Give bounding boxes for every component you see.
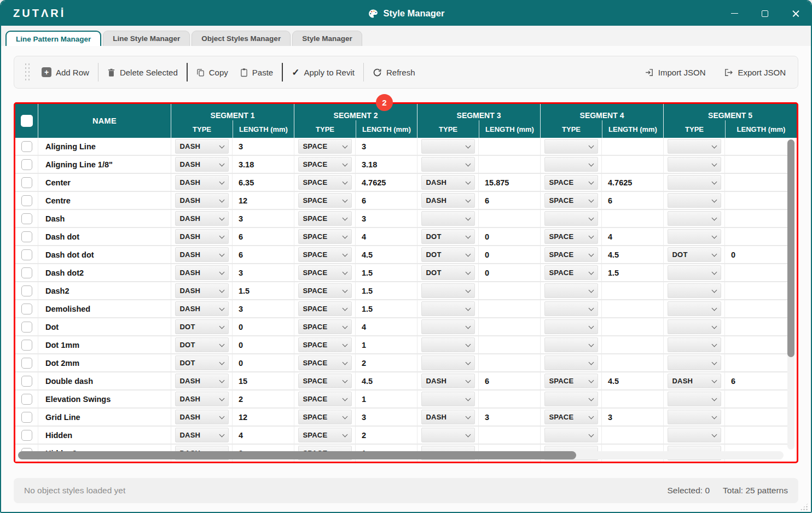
segment-5-length-cell[interactable] [725, 409, 787, 425]
segment-5-length-cell[interactable] [725, 336, 787, 353]
segment-4-type-dropdown[interactable] [544, 157, 598, 172]
segment-1-type-dropdown[interactable]: DASH [175, 374, 229, 388]
segment-4-type-dropdown[interactable]: SPACE [544, 374, 598, 388]
pattern-name-cell[interactable]: Dash dot2 [38, 264, 171, 281]
segment-2-length-cell[interactable]: 6 [356, 192, 417, 209]
segment-5-length-cell[interactable] [725, 318, 787, 335]
maximize-button[interactable] [750, 1, 780, 26]
segment-5-type-dropdown[interactable] [668, 337, 721, 352]
segment-5-length-cell[interactable] [725, 390, 787, 407]
pattern-name-cell[interactable]: Dash [38, 210, 171, 227]
tab-style-manager[interactable]: Style Manager [292, 31, 362, 46]
segment-2-type-dropdown[interactable]: SPACE [298, 157, 352, 172]
segment-5-type-dropdown[interactable] [668, 355, 721, 370]
segment-1-length-cell[interactable]: 2 [233, 390, 294, 407]
segment-5-length-cell[interactable] [725, 264, 787, 281]
pattern-name-cell[interactable]: Elevation Swings [38, 390, 171, 407]
vertical-scrollbar-thumb[interactable] [787, 139, 794, 357]
segment-1-length-cell[interactable]: 6.35 [233, 174, 294, 191]
segment-5-length-cell[interactable]: 0 [725, 246, 787, 263]
segment-1-type-dropdown[interactable]: DASH [175, 157, 229, 172]
segment-5-type-dropdown[interactable] [668, 428, 721, 442]
segment-2-length-cell[interactable]: 3 [356, 210, 417, 227]
segment-5-length-cell[interactable] [725, 174, 787, 191]
segment-4-type-dropdown[interactable] [544, 139, 598, 154]
pattern-name-cell[interactable]: Centre [38, 192, 171, 209]
segment-5-type-dropdown[interactable] [668, 211, 721, 226]
segment-1-type-dropdown[interactable]: DOT [175, 355, 229, 370]
segment-1-type-dropdown[interactable]: DASH [175, 229, 229, 244]
segment-4-length-cell[interactable] [602, 336, 664, 353]
segment-2-length-cell[interactable]: 1.5 [356, 264, 417, 281]
select-all-checkbox[interactable] [21, 115, 33, 127]
segment-3-type-dropdown[interactable] [421, 392, 475, 406]
segment-5-length-cell[interactable] [725, 300, 787, 317]
segment-2-length-cell[interactable]: 1.5 [356, 300, 417, 317]
segment-5-type-dropdown[interactable] [668, 392, 721, 406]
segment-2-length-cell[interactable]: 1 [356, 336, 417, 353]
segment-2-type-dropdown[interactable]: SPACE [298, 410, 352, 424]
segment-1-type-dropdown[interactable]: DASH [175, 392, 229, 406]
segment-2-length-cell[interactable]: 1 [356, 390, 417, 407]
close-button[interactable] [780, 1, 811, 26]
segment-1-type-dropdown[interactable]: DOT [175, 319, 229, 334]
row-checkbox[interactable] [21, 213, 32, 224]
segment-4-type-dropdown[interactable] [544, 283, 598, 298]
segment-1-length-cell[interactable]: 12 [233, 409, 294, 425]
segment-2-length-cell[interactable]: 3 [356, 138, 417, 155]
row-checkbox[interactable] [21, 249, 32, 260]
segment-1-length-cell[interactable]: 3 [233, 264, 294, 281]
segment-3-length-cell[interactable] [479, 427, 541, 444]
segment-3-length-cell[interactable]: 0 [479, 246, 541, 263]
pattern-name-cell[interactable]: Dot 1mm [38, 336, 171, 353]
segment-4-length-cell[interactable] [602, 354, 664, 371]
segment-4-type-dropdown[interactable] [544, 211, 598, 226]
segment-1-length-cell[interactable]: 3 [233, 300, 294, 317]
segment-3-length-cell[interactable]: 0 [479, 264, 541, 281]
segment-3-length-cell[interactable] [479, 300, 541, 317]
export-json-button[interactable]: Export JSON [722, 65, 788, 80]
apply-to-revit-button[interactable]: ✓ Apply to Revit [289, 63, 357, 81]
segment-4-length-cell[interactable] [602, 156, 664, 173]
segment-3-length-cell[interactable]: 6 [479, 192, 541, 209]
segment-3-type-dropdown[interactable]: DOT [421, 265, 475, 280]
segment-5-type-dropdown[interactable] [668, 157, 721, 172]
segment-4-type-dropdown[interactable] [544, 392, 598, 406]
segment-2-length-cell[interactable]: 2 [356, 354, 417, 371]
segment-1-length-cell[interactable]: 3.18 [233, 156, 294, 173]
row-checkbox[interactable] [21, 267, 32, 278]
pattern-name-cell[interactable]: Dash dot [38, 228, 171, 245]
segment-3-length-cell[interactable]: 15.875 [479, 174, 541, 191]
segment-4-type-dropdown[interactable]: SPACE [544, 193, 598, 208]
segment-5-type-dropdown[interactable] [668, 410, 721, 424]
segment-1-length-cell[interactable]: 1.5 [233, 282, 294, 299]
pattern-name-cell[interactable]: Dot 2mm [38, 354, 171, 371]
segment-1-type-dropdown[interactable]: DASH [175, 283, 229, 298]
segment-3-length-cell[interactable] [479, 156, 541, 173]
segment-2-type-dropdown[interactable]: SPACE [298, 374, 352, 388]
segment-3-type-dropdown[interactable] [421, 428, 475, 442]
row-checkbox[interactable] [21, 285, 32, 296]
segment-3-type-dropdown[interactable] [421, 355, 475, 370]
segment-4-length-cell[interactable]: 4.5 [602, 372, 664, 389]
segment-4-length-cell[interactable] [602, 138, 664, 155]
segment-1-type-dropdown[interactable]: DASH [175, 175, 229, 190]
segment-3-length-cell[interactable]: 0 [479, 228, 541, 245]
segment-1-type-dropdown[interactable]: DASH [175, 139, 229, 154]
segment-4-length-cell[interactable]: 1.5 [602, 264, 664, 281]
segment-4-length-cell[interactable] [602, 300, 664, 317]
segment-5-length-cell[interactable] [725, 210, 787, 227]
row-checkbox[interactable] [21, 195, 32, 206]
segment-5-length-cell[interactable] [725, 156, 787, 173]
segment-2-type-dropdown[interactable]: SPACE [298, 355, 352, 370]
segment-3-type-dropdown[interactable] [421, 337, 475, 352]
row-checkbox[interactable] [21, 322, 32, 333]
segment-1-type-dropdown[interactable]: DOT [175, 337, 229, 352]
segment-4-type-dropdown[interactable]: SPACE [544, 229, 598, 244]
segment-1-type-dropdown[interactable]: DASH [175, 211, 229, 226]
segment-2-length-cell[interactable]: 3 [356, 409, 417, 425]
segment-5-type-dropdown[interactable] [668, 139, 721, 154]
segment-4-length-cell[interactable]: 4.7625 [602, 174, 664, 191]
segment-4-type-dropdown[interactable]: SPACE [544, 410, 598, 424]
segment-2-type-dropdown[interactable]: SPACE [298, 265, 352, 280]
